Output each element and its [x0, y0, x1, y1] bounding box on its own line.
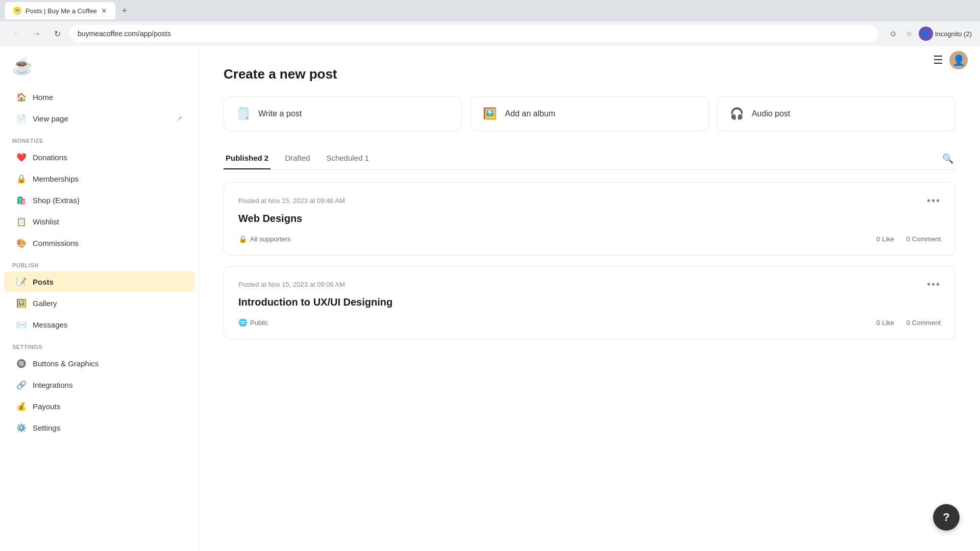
tab-bar: ☕ Posts | Buy Me a Coffee ✕ + [0, 0, 980, 21]
post-comments: 0 Comment [906, 319, 941, 327]
section-settings-label: SETTINGS [0, 336, 199, 352]
main-content: ☰ 👤 Create a new post 🗒️ Write a post 🖼️… [199, 46, 980, 551]
post-comments: 0 Comment [906, 235, 941, 243]
section-publish-label: PUBLISH [0, 254, 199, 270]
tab-scheduled[interactable]: Scheduled 1 [324, 147, 371, 169]
posts-icon: 📝 [16, 277, 27, 287]
heart-icon: ❤️ [16, 152, 27, 162]
sidebar-item-label: Wishlist [33, 217, 59, 226]
post-more-button[interactable]: ••• [927, 279, 941, 290]
user-avatar[interactable]: 👤 [949, 51, 968, 69]
toolbar-icons: ⊙ ☆ 👤 Incognito (2) [886, 27, 972, 41]
tab-published[interactable]: Published 2 [224, 147, 271, 169]
sidebar-item-gallery[interactable]: 🖼️ Gallery [4, 293, 194, 313]
sidebar-item-messages[interactable]: ✉️ Messages [4, 314, 194, 335]
reader-mode-button[interactable]: ⊙ [886, 27, 900, 41]
post-more-button[interactable]: ••• [927, 195, 941, 207]
sidebar-item-integrations[interactable]: 🔗 Integrations [4, 374, 194, 395]
sidebar-item-buttons-graphics[interactable]: 🔘 Buttons & Graphics [4, 353, 194, 373]
sidebar-item-label: Payouts [33, 402, 60, 411]
lock-icon: 🔒 [238, 235, 247, 243]
sidebar-item-posts[interactable]: 📝 Posts [4, 271, 194, 292]
page-icon: 📄 [16, 113, 27, 123]
tabs: Published 2 Drafted Scheduled 1 🔍 [224, 147, 955, 170]
post-audience: 🌐 Public [238, 318, 268, 327]
sidebar-item-label: Integrations [33, 381, 72, 389]
integrations-icon: 🔗 [16, 380, 27, 390]
add-album-card[interactable]: 🖼️ Add an album [470, 96, 708, 131]
post-likes: 0 Like [876, 319, 894, 327]
sidebar-item-donations[interactable]: ❤️ Donations [4, 147, 194, 167]
post-meta: Posted at Nov 15, 2023 at 09:46 AM ••• [238, 195, 941, 207]
commissions-icon: 🎨 [16, 238, 27, 248]
profile-avatar: 👤 [919, 27, 933, 41]
sidebar-item-home[interactable]: 🏠 Home [4, 87, 194, 107]
sidebar-item-settings[interactable]: ⚙️ Settings [4, 417, 194, 438]
new-tab-button[interactable]: + [117, 4, 132, 18]
add-album-icon: 🖼️ [483, 107, 497, 120]
sidebar-item-label: Memberships [33, 174, 79, 183]
post-title: Introduction to UX/UI Designing [238, 296, 941, 308]
tab-title: Posts | Buy Me a Coffee [26, 7, 97, 15]
browser-controls: ← → ↻ ⊙ ☆ 👤 Incognito (2) [0, 21, 980, 46]
post-card: Posted at Nov 15, 2023 at 09:06 AM ••• I… [224, 266, 955, 339]
messages-icon: ✉️ [16, 319, 27, 330]
sidebar-item-payouts[interactable]: 💰 Payouts [4, 396, 194, 416]
incognito-label: Incognito (2) [935, 30, 972, 38]
search-button[interactable]: 🔍 [940, 151, 955, 166]
tab-drafted[interactable]: Drafted [283, 147, 312, 169]
top-bar: ☰ 👤 [933, 51, 968, 69]
post-stats: 0 Like 0 Comment [876, 319, 941, 327]
forward-button[interactable]: → [29, 26, 45, 42]
sidebar-item-label: Buttons & Graphics [33, 359, 99, 368]
app-logo: ☕ [12, 57, 33, 75]
audio-post-icon: 🎧 [730, 107, 744, 120]
audio-post-label: Audio post [752, 109, 791, 118]
bookmark-button[interactable]: ☆ [902, 27, 917, 41]
app-container: ☕ 🏠 Home 📄 View page ↗ MONETIZE ❤️ Donat… [0, 46, 980, 551]
sidebar-item-label: Donations [33, 153, 67, 162]
sidebar: ☕ 🏠 Home 📄 View page ↗ MONETIZE ❤️ Donat… [0, 46, 199, 551]
add-album-label: Add an album [505, 109, 555, 118]
write-post-icon: 🗒️ [236, 107, 250, 120]
settings-icon: ⚙️ [16, 422, 27, 433]
reload-button[interactable]: ↻ [49, 26, 65, 42]
sidebar-item-commissions[interactable]: 🎨 Commissions [4, 233, 194, 253]
sidebar-item-label: Shop (Extras) [33, 196, 80, 205]
active-tab[interactable]: ☕ Posts | Buy Me a Coffee ✕ [5, 2, 115, 19]
post-date: Posted at Nov 15, 2023 at 09:46 AM [238, 197, 345, 205]
profile-button[interactable]: 👤 [919, 27, 933, 41]
help-button[interactable]: ? [933, 504, 960, 531]
home-icon: 🏠 [16, 92, 27, 102]
sidebar-item-shop[interactable]: 🛍️ Shop (Extras) [4, 190, 194, 210]
post-likes: 0 Like [876, 235, 894, 243]
help-icon: ? [943, 511, 949, 524]
gallery-icon: 🖼️ [16, 298, 27, 308]
globe-icon: 🌐 [238, 318, 247, 327]
sidebar-item-wishlist[interactable]: 📋 Wishlist [4, 211, 194, 232]
wishlist-icon: 📋 [16, 216, 27, 227]
browser-chrome: ☕ Posts | Buy Me a Coffee ✕ + ← → ↻ ⊙ ☆ … [0, 0, 980, 46]
write-post-card[interactable]: 🗒️ Write a post [224, 96, 462, 131]
sidebar-item-memberships[interactable]: 🔒 Memberships [4, 168, 194, 189]
sidebar-item-view-page[interactable]: 📄 View page ↗ [4, 108, 194, 129]
post-meta: Posted at Nov 15, 2023 at 09:06 AM ••• [238, 279, 941, 290]
post-footer: 🔒 All supporters 0 Like 0 Comment [238, 235, 941, 243]
audio-post-card[interactable]: 🎧 Audio post [717, 96, 955, 131]
post-footer: 🌐 Public 0 Like 0 Comment [238, 318, 941, 327]
post-date: Posted at Nov 15, 2023 at 09:06 AM [238, 281, 345, 288]
sidebar-item-label: Messages [33, 320, 67, 329]
close-tab-button[interactable]: ✕ [101, 7, 107, 15]
lock-icon: 🔒 [16, 173, 27, 184]
avatar-image: 👤 [952, 54, 965, 66]
hamburger-button[interactable]: ☰ [933, 51, 943, 69]
post-audience: 🔒 All supporters [238, 235, 290, 243]
tab-favicon: ☕ [13, 7, 21, 15]
external-link-icon: ↗ [177, 115, 182, 122]
payouts-icon: 💰 [16, 401, 27, 411]
buttons-icon: 🔘 [16, 358, 27, 368]
address-bar[interactable] [69, 25, 878, 42]
back-button[interactable]: ← [8, 26, 24, 42]
section-monetize-label: MONETIZE [0, 130, 199, 146]
sidebar-logo: ☕ [0, 56, 199, 86]
